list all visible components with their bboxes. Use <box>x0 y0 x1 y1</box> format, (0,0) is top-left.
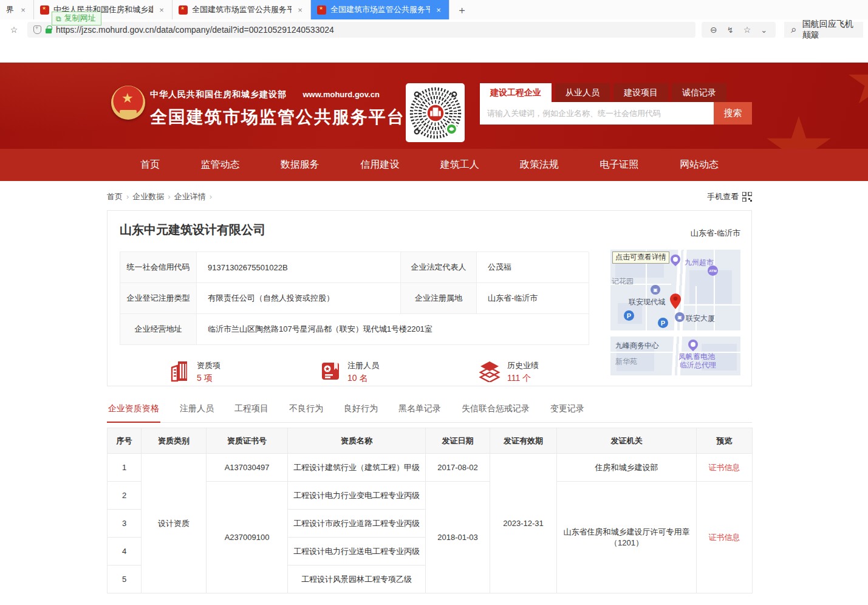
stat-qualifications[interactable]: 资质项 5 项 <box>169 360 220 384</box>
star-decor-icon <box>847 63 868 108</box>
cell-issue-date: 2018-01-03 <box>426 482 490 593</box>
copy-url-tooltip: 复制网址 <box>52 12 101 26</box>
address-field[interactable] <box>27 22 695 38</box>
nav-item-policy[interactable]: 政策法规 <box>520 159 559 171</box>
map-label-battery-2: 临沂总代理 <box>680 360 716 371</box>
browser-tab-3-active[interactable]: 全国建筑市场监管公共服务平台 × <box>311 0 449 19</box>
main-navigation: 首页 监管动态 数据服务 信用建设 建筑工人 政策法规 电子证照 网站动态 <box>0 149 868 181</box>
browser-tab-2[interactable]: 全国建筑市场监管公共服务平台 × <box>173 0 311 19</box>
tab-bad-behavior[interactable]: 不良行为 <box>288 401 324 422</box>
stat-historical-performance[interactable]: 历史业绩 111 个 <box>479 360 539 384</box>
site-favicon-icon <box>179 5 188 15</box>
building-poi-icon <box>675 312 685 322</box>
url-input[interactable] <box>56 25 689 35</box>
breadcrumb-enterprise-data[interactable]: 企业数据 <box>132 191 170 202</box>
nav-item-supervision[interactable]: 监管动态 <box>200 159 239 171</box>
cell-no: 2 <box>108 482 142 510</box>
table-header-row: 序号 资质类别 资质证书号 资质名称 发证日期 发证有效期 发证机关 预览 <box>108 428 753 454</box>
legal-rep-label: 企业法定代表人 <box>401 252 477 283</box>
parking-icon <box>624 310 634 321</box>
stat-registered-personnel[interactable]: 注册人员 10 名 <box>320 360 379 384</box>
cell-cert-no: A137030497 <box>207 454 288 482</box>
reg-type-value: 有限责任公司（自然人投资或控股） <box>197 283 401 314</box>
nav-item-workers[interactable]: 建筑工人 <box>440 159 479 171</box>
cell-authority: 住房和城乡建设部 <box>557 454 697 482</box>
map-label-tower: 联安大厦 <box>686 313 715 324</box>
address-value: 临沂市兰山区陶然路107号星河晶都（联安）现代城1号楼2201室 <box>197 314 589 345</box>
col-header-preview: 预览 <box>697 428 753 454</box>
search-tab-personnel[interactable]: 从业人员 <box>555 83 610 102</box>
keyword-search-input[interactable] <box>480 102 714 125</box>
reg-type-label: 企业登记注册类型 <box>120 283 197 314</box>
browser-tab-0[interactable]: 界 × <box>0 0 34 19</box>
header-search-module: 建设工程企业 从业人员 建设项目 诚信记录 搜索 <box>480 83 752 125</box>
search-tab-project[interactable]: 建设项目 <box>613 83 668 102</box>
zoom-out-icon[interactable] <box>710 25 717 35</box>
stat-qualifications-label: 资质项 <box>197 360 220 371</box>
cell-name: 工程设计风景园林工程专项乙级 <box>288 566 426 593</box>
nav-item-license[interactable]: 电子证照 <box>600 159 639 171</box>
tab-blacklist[interactable]: 黑名单记录 <box>397 401 442 422</box>
map-tooltip: 点击可查看详情 <box>612 251 669 264</box>
cell-preview: 证书信息 <box>697 482 753 593</box>
browser-search-box[interactable]: 国航回应飞机颠簸 <box>784 22 863 38</box>
cell-category: 设计资质 <box>142 454 207 593</box>
close-icon[interactable]: × <box>157 5 166 15</box>
new-tab-button[interactable]: ＋ <box>449 0 474 19</box>
tab-change-records[interactable]: 变更记录 <box>549 401 586 422</box>
nav-item-home[interactable]: 首页 <box>140 159 160 171</box>
map-poi-icon <box>686 338 700 352</box>
bookmark-star-icon[interactable] <box>5 24 23 36</box>
company-region: 山东省-临沂市 <box>691 228 740 239</box>
atm-icon: ATM <box>708 265 718 276</box>
tab-dishonesty[interactable]: 失信联合惩戒记录 <box>460 401 531 422</box>
breadcrumb: 首页 企业数据 企业详情 <box>107 191 212 202</box>
nav-item-site-news[interactable]: 网站动态 <box>680 159 719 171</box>
stat-personnel-label: 注册人员 <box>347 360 379 371</box>
toolbar-icon-cluster <box>702 22 776 38</box>
header-titles: 中华人民共和国住房和城乡建设部 www.mohurd.gov.cn 全国建筑市场… <box>150 89 405 129</box>
browser-chrome: 界 × 中华人民共和国住房和城乡建设 × 全国建筑市场监管公共服务平台 × 全国… <box>0 0 868 40</box>
tab-projects[interactable]: 工程项目 <box>233 401 270 422</box>
copy-icon <box>56 14 61 23</box>
table-row: 1 设计资质 A137030497 工程设计建筑行业（建筑工程）甲级 2017-… <box>108 454 753 482</box>
search-tab-credit[interactable]: 诚信记录 <box>672 83 726 102</box>
location-map[interactable]: 点击可查看详情 九州超市 ATM 记花园 联安现代城 联安大厦 九峰商务中心 凤… <box>610 250 740 375</box>
breadcrumb-home[interactable]: 首页 <box>107 191 129 202</box>
tab-qualifications[interactable]: 企业资质资格 <box>107 401 160 423</box>
tab-label: 全国建筑市场监管公共服务平台 <box>192 4 292 15</box>
favorites-icon[interactable] <box>743 25 751 35</box>
browser-search-text: 国航回应飞机颠簸 <box>802 19 856 41</box>
company-name: 山东中元建筑设计有限公司 <box>120 222 751 238</box>
nav-item-credit[interactable]: 信用建设 <box>360 159 399 171</box>
certificate-info-link[interactable]: 证书信息 <box>709 533 740 542</box>
copy-tooltip-text: 复制网址 <box>64 13 96 24</box>
certificate-info-link[interactable]: 证书信息 <box>709 463 740 472</box>
qr-mini-icon <box>742 192 752 202</box>
breadcrumb-detail[interactable]: 企业详情 <box>174 191 212 202</box>
nav-item-data-service[interactable]: 数据服务 <box>281 159 320 171</box>
reg-region-label: 企业注册属地 <box>401 283 477 314</box>
shield-icon[interactable] <box>33 26 41 34</box>
search-tab-enterprise[interactable]: 建设工程企业 <box>480 83 552 102</box>
col-header-valid-until: 发证有效期 <box>490 428 557 454</box>
qr-code <box>406 83 465 142</box>
flash-icon[interactable] <box>727 25 734 35</box>
close-icon[interactable]: × <box>19 5 27 15</box>
mobile-view-button[interactable]: 手机查看 <box>707 191 752 202</box>
map-label-xinhua: 新华苑 <box>615 357 637 367</box>
stat-performance-label: 历史业绩 <box>507 360 539 371</box>
url-bar: 国航回应飞机颠簸 <box>0 19 868 40</box>
search-button[interactable]: 搜索 <box>714 102 752 125</box>
close-icon[interactable]: × <box>434 5 443 15</box>
address-label: 企业经营地址 <box>120 314 197 345</box>
tab-registered-personnel[interactable]: 注册人员 <box>179 401 215 422</box>
reg-region-value: 山东省-临沂市 <box>477 283 589 314</box>
close-icon[interactable]: × <box>296 5 304 15</box>
tab-good-behavior[interactable]: 良好行为 <box>343 401 379 422</box>
cell-name: 工程设计市政行业道路工程专业丙级 <box>288 510 426 538</box>
chevron-down-icon[interactable] <box>760 25 767 35</box>
legal-rep-value: 公茂福 <box>477 252 589 283</box>
map-pin-icon <box>670 293 681 309</box>
cell-issue-date: 2017-08-02 <box>426 454 490 482</box>
